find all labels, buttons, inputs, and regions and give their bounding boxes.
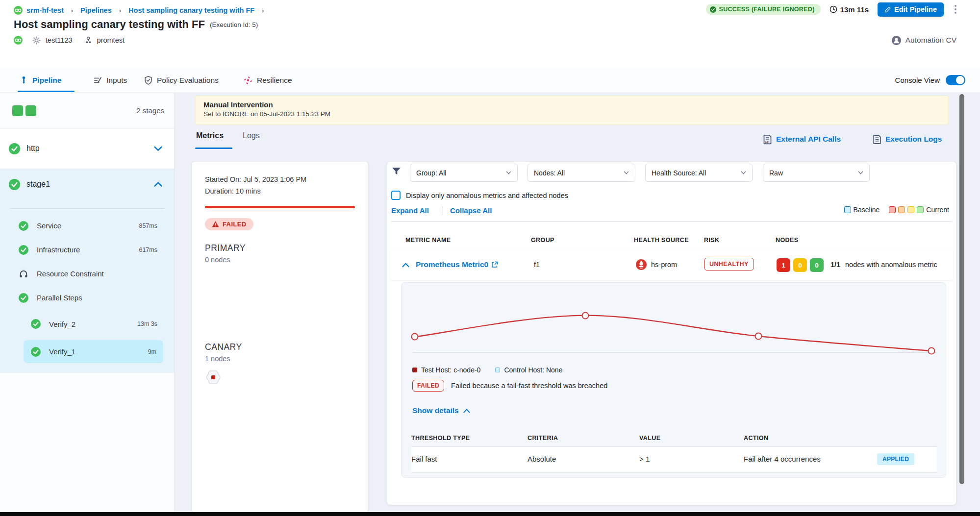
- show-details-label: Show details: [412, 406, 459, 415]
- metric-row[interactable]: Prometheus Metric0 f1 hs-prom UNHEALTHY …: [390, 250, 953, 280]
- execution-logs-label: Execution Logs: [885, 135, 942, 144]
- tab-logs[interactable]: Logs: [243, 131, 260, 140]
- baseline-legend-swatch: [844, 206, 851, 213]
- header-actions: SUCCESS (FAILURE IGNORED) 13m 11s Edit P…: [706, 2, 958, 16]
- stage-status-square: [12, 105, 23, 116]
- col-nodes: NODES: [776, 237, 798, 244]
- console-view-toggle[interactable]: [946, 75, 965, 85]
- value-value: > 1: [639, 455, 650, 463]
- step-row-service[interactable]: Service 857ms: [0, 214, 174, 238]
- step-row-resource-constraint[interactable]: Resource Constraint: [0, 262, 174, 286]
- anomalous-only-label: Display only anomalous metrics and affec…: [406, 192, 568, 199]
- metrics-panel: Group: All Nodes: All Health Source: All…: [387, 162, 956, 505]
- status-badge: SUCCESS (FAILURE IGNORED): [706, 4, 821, 15]
- external-api-calls-link[interactable]: API External API Calls: [763, 133, 841, 145]
- anomalous-only-checkbox[interactable]: [391, 191, 401, 200]
- execution-logs-link[interactable]: Execution Logs: [873, 133, 942, 145]
- data-point-marker[interactable]: [582, 312, 589, 319]
- user-chip: Automation CV: [892, 34, 956, 46]
- divider: [391, 221, 952, 222]
- filter-funnel-icon: [391, 166, 402, 178]
- pipeline-meta-row: test1123 promtest: [14, 34, 125, 46]
- data-point-marker[interactable]: [411, 333, 419, 341]
- breadcrumb-pipeline-name[interactable]: Host sampling canary testing with FF: [128, 6, 254, 14]
- test-host-label: Test Host: c-node-0: [421, 366, 480, 374]
- success-check-icon: [19, 245, 28, 255]
- canary-node-hexagon[interactable]: [206, 370, 368, 386]
- console-view-label: Console View: [895, 76, 940, 84]
- node-count-green: 0: [810, 258, 824, 272]
- primary-label: PRIMARY: [205, 243, 368, 253]
- pencil-icon: [884, 6, 891, 13]
- environment-name: promtest: [97, 36, 125, 44]
- filter-health-source-select[interactable]: Health Source: All: [645, 164, 753, 182]
- elapsed-time: 13m 11s: [829, 5, 869, 14]
- stage-row-stage1[interactable]: stage1: [0, 169, 174, 199]
- canary-node-count: 1 nodes: [205, 355, 368, 363]
- breadcrumb-project[interactable]: srm-hf-test: [26, 6, 64, 14]
- check-circle-icon: [710, 6, 716, 13]
- expand-all-link[interactable]: Expand All: [391, 206, 429, 215]
- filter-health-source-value: Health Source: All: [652, 169, 706, 177]
- tab-inputs[interactable]: Inputs: [93, 68, 127, 93]
- step-row-parallel-steps[interactable]: Parallel Steps: [0, 286, 174, 310]
- external-link-icon[interactable]: [491, 261, 498, 268]
- chart-color-legend: Baseline Current: [844, 206, 949, 214]
- data-point-marker[interactable]: [755, 333, 762, 340]
- current-green-swatch: [917, 206, 924, 213]
- col-health-source: HEALTH SOURCE: [634, 237, 689, 244]
- stage-name: http: [26, 144, 40, 153]
- metric-line: [415, 316, 931, 351]
- warning-triangle-icon: [212, 221, 219, 227]
- vertical-scrollbar[interactable]: [959, 94, 964, 484]
- breadcrumb-pipelines[interactable]: Pipelines: [80, 6, 112, 14]
- progress-bar: [205, 206, 355, 208]
- harness-logo-icon: [14, 36, 23, 45]
- col-metric-name: METRIC NAME: [405, 237, 451, 244]
- more-options-menu[interactable]: [953, 3, 958, 16]
- filter-group-select[interactable]: Group: All: [410, 164, 518, 182]
- data-point-marker[interactable]: [928, 347, 935, 355]
- risk-badge: UNHEALTHY: [704, 258, 754, 270]
- step-row-verify2[interactable]: Verify_2 13m 3s: [0, 310, 174, 338]
- tab-policy-evaluations[interactable]: Policy Evaluations: [144, 68, 219, 93]
- tab-pipeline[interactable]: Pipeline: [20, 68, 61, 93]
- tab-resilience[interactable]: Resilience: [244, 68, 292, 93]
- col-threshold-type: THRESHOLD TYPE: [411, 435, 470, 442]
- metrics-tab-underline: [195, 147, 232, 149]
- threshold-row: Fail fast Absolute > 1 Fail after 4 occu…: [411, 446, 937, 473]
- execution-sidebar: 2 stages http stage1 Service 857ms Infra…: [0, 93, 175, 512]
- step-row-verify1-selected[interactable]: Verify_1 9m: [24, 340, 163, 363]
- filter-nodes-value: Nodes: All: [534, 169, 565, 177]
- stage-row-http[interactable]: http: [0, 128, 174, 169]
- external-api-calls-label: External API Calls: [776, 135, 841, 144]
- chevron-down-icon: [624, 171, 629, 174]
- step-row-infrastructure[interactable]: Infrastructure 617ms: [0, 238, 174, 262]
- success-check-icon: [31, 319, 41, 329]
- chevron-down-icon: [741, 171, 746, 174]
- active-tab-underline: [18, 91, 75, 92]
- title-row: Host sampling canary testing with FF (Ex…: [14, 18, 258, 31]
- collapse-all-link[interactable]: Collapse All: [450, 206, 492, 215]
- applied-badge: APPLIED: [877, 453, 914, 465]
- clock-icon: [829, 5, 837, 13]
- collapse-metric-chevron-up-icon[interactable]: [402, 263, 409, 268]
- edit-pipeline-button[interactable]: Edit Pipeline: [878, 2, 944, 17]
- success-check-icon: [19, 293, 28, 303]
- filter-mode-select[interactable]: Raw: [763, 164, 870, 182]
- tab-metrics[interactable]: Metrics: [196, 131, 224, 140]
- divider: [443, 206, 443, 215]
- control-host-label: Control Host: None: [504, 366, 562, 374]
- show-details-toggle[interactable]: Show details: [412, 406, 470, 415]
- col-group: GROUP: [531, 237, 554, 244]
- metric-name-link[interactable]: Prometheus Metric0: [416, 260, 488, 269]
- current-orange-swatch: [898, 206, 905, 213]
- started-on: Started On: Jul 5, 2023 1:06 PM: [205, 175, 368, 183]
- failed-badge: FAILED: [412, 380, 444, 392]
- success-check-icon: [9, 179, 20, 190]
- col-risk: RISK: [704, 237, 719, 244]
- filter-nodes-select[interactable]: Nodes: All: [528, 164, 635, 182]
- resource-constraint-icon: [19, 269, 28, 279]
- banner-subtitle: Set to IGNORE on 05-Jul-2023 1:15:23 PM: [203, 110, 948, 118]
- window-bottom-edge: [0, 512, 980, 516]
